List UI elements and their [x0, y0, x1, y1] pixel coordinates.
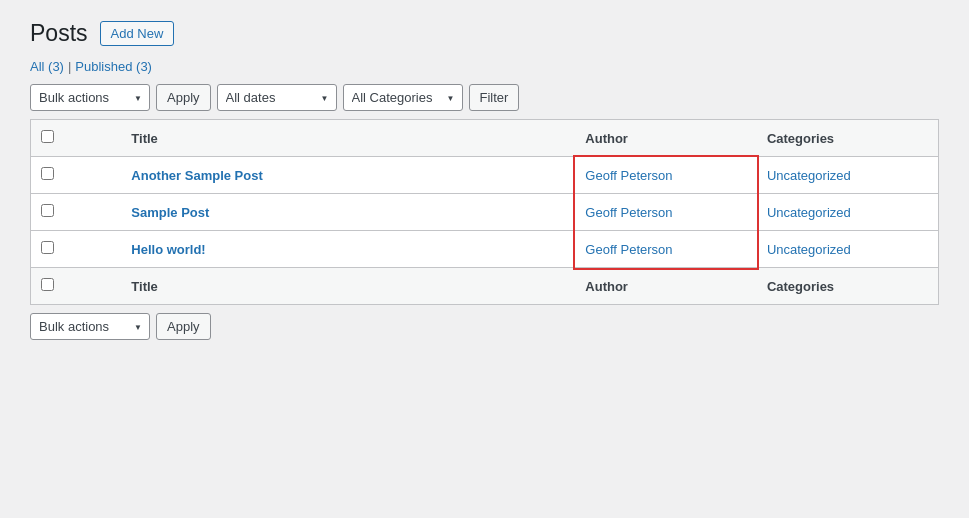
row-author-cell: Geoff Peterson — [575, 231, 757, 268]
footer-checkbox-cell — [31, 268, 122, 305]
categories-wrapper: All Categories — [343, 84, 463, 111]
row-author-cell: Geoff Peterson — [575, 194, 757, 231]
row-checkbox-2[interactable] — [41, 241, 54, 254]
dates-wrapper: All dates — [217, 84, 337, 111]
table-row: Another Sample Post Geoff Peterson Uncat… — [31, 157, 939, 194]
row-author-cell: Geoff Peterson — [575, 157, 757, 194]
header-author: Author — [575, 120, 757, 157]
table-header-row: Title Author Categories — [31, 120, 939, 157]
table-row: Sample Post Geoff Peterson Uncategorized — [31, 194, 939, 231]
row-categories-cell: Uncategorized — [757, 231, 939, 268]
bottom-tablenav: Bulk actions Apply — [30, 313, 939, 340]
post-title-link-0[interactable]: Another Sample Post — [131, 168, 262, 183]
category-link-1[interactable]: Uncategorized — [767, 205, 851, 220]
footer-select-all-checkbox[interactable] — [41, 278, 54, 291]
row-categories-cell: Uncategorized — [757, 194, 939, 231]
bulk-actions-wrapper: Bulk actions — [30, 84, 150, 111]
header-checkbox-cell — [31, 120, 122, 157]
select-all-checkbox[interactable] — [41, 130, 54, 143]
all-filter-link[interactable]: All (3) — [30, 59, 64, 74]
header-title[interactable]: Title — [121, 120, 575, 157]
posts-table: Title Author Categories Another Sample P… — [30, 119, 939, 305]
footer-author: Author — [575, 268, 757, 305]
table-row: Hello world! Geoff Peterson Uncategorize… — [31, 231, 939, 268]
category-link-2[interactable]: Uncategorized — [767, 242, 851, 257]
separator: | — [68, 59, 71, 74]
row-checkbox-1[interactable] — [41, 204, 54, 217]
bottom-bulk-actions-wrapper: Bulk actions — [30, 313, 150, 340]
dates-select[interactable]: All dates — [217, 84, 337, 111]
footer-categories: Categories — [757, 268, 939, 305]
row-title-cell: Sample Post — [121, 194, 575, 231]
row-checkbox-0[interactable] — [41, 167, 54, 180]
top-apply-button[interactable]: Apply — [156, 84, 211, 111]
bottom-apply-button[interactable]: Apply — [156, 313, 211, 340]
page-header: Posts Add New — [30, 20, 939, 47]
row-checkbox-cell — [31, 231, 122, 268]
author-link-2[interactable]: Geoff Peterson — [585, 242, 672, 257]
filter-links: All (3) | Published (3) — [30, 59, 939, 74]
row-categories-cell: Uncategorized — [757, 157, 939, 194]
row-checkbox-cell — [31, 157, 122, 194]
author-link-0[interactable]: Geoff Peterson — [585, 168, 672, 183]
categories-select[interactable]: All Categories — [343, 84, 463, 111]
published-filter-link[interactable]: Published (3) — [75, 59, 152, 74]
top-tablenav: Bulk actions Apply All dates All Categor… — [30, 84, 939, 111]
bottom-bulk-actions-select[interactable]: Bulk actions — [30, 313, 150, 340]
table-body: Another Sample Post Geoff Peterson Uncat… — [31, 157, 939, 268]
page-title: Posts — [30, 20, 88, 47]
table-footer-row: Title Author Categories — [31, 268, 939, 305]
row-title-cell: Another Sample Post — [121, 157, 575, 194]
row-checkbox-cell — [31, 194, 122, 231]
header-categories: Categories — [757, 120, 939, 157]
bulk-actions-select[interactable]: Bulk actions — [30, 84, 150, 111]
table-wrapper: Title Author Categories Another Sample P… — [30, 119, 939, 305]
footer-title: Title — [121, 268, 575, 305]
row-title-cell: Hello world! — [121, 231, 575, 268]
post-title-link-1[interactable]: Sample Post — [131, 205, 209, 220]
post-title-link-2[interactable]: Hello world! — [131, 242, 205, 257]
filter-button[interactable]: Filter — [469, 84, 520, 111]
author-link-1[interactable]: Geoff Peterson — [585, 205, 672, 220]
category-link-0[interactable]: Uncategorized — [767, 168, 851, 183]
add-new-button[interactable]: Add New — [100, 21, 175, 46]
